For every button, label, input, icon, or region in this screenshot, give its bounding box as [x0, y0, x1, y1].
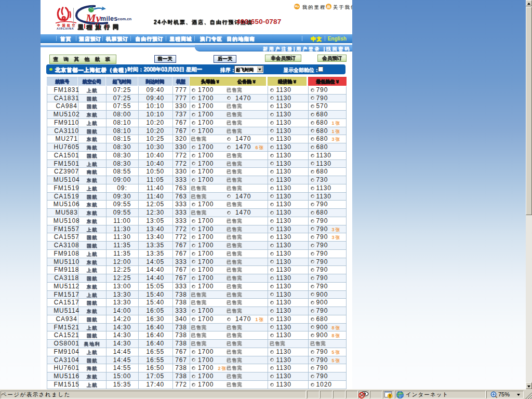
svg-text:·com.cn: ·com.cn	[116, 17, 131, 21]
svg-text:My: My	[85, 11, 101, 24]
svg-text:miles: miles	[100, 15, 117, 22]
svg-text:AIRCHINA: AIRCHINA	[57, 27, 74, 30]
